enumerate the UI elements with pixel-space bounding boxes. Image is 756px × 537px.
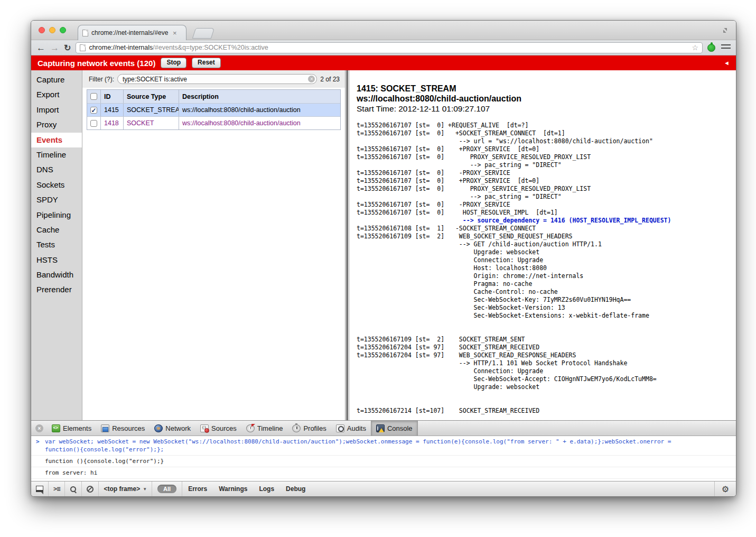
browser-tab[interactable]: chrome://net-internals/#eve × bbox=[78, 25, 186, 40]
search-icon bbox=[70, 486, 77, 493]
devtools-statusbar: >≡ <top frame> ▼ All ErrorsWarningsLogsD… bbox=[31, 481, 736, 496]
devtools-tab-audits[interactable]: Audits bbox=[331, 421, 371, 436]
source-dependency-link[interactable]: --> source_dependency = 1416 (HOST_RESOL… bbox=[357, 217, 733, 225]
devtools-tabs: ElementsResourcesNetworkSourcesTimelineP… bbox=[47, 421, 418, 436]
forward-button[interactable]: → bbox=[50, 43, 59, 52]
pane-splitter[interactable] bbox=[345, 70, 349, 420]
console-filter-logs[interactable]: Logs bbox=[253, 485, 280, 493]
filter-label: Filter (?): bbox=[89, 76, 114, 83]
devtools-tab-network[interactable]: Network bbox=[150, 421, 195, 436]
filter-searchwrap: × bbox=[117, 74, 317, 85]
devtools-console[interactable]: >var webSocket; webSocket = new WebSocke… bbox=[31, 436, 736, 481]
tab-close-icon[interactable]: × bbox=[173, 30, 177, 36]
tab-title: chrome://net-internals/#eve bbox=[91, 29, 170, 36]
devtools-tab-profiles[interactable]: Profiles bbox=[287, 421, 331, 436]
table-row[interactable]: 1418SOCKETws://localhost:8080/child-auct… bbox=[87, 116, 340, 129]
profiles-icon bbox=[292, 424, 301, 432]
log-line: --> pac_string = "DIRECT" bbox=[357, 193, 733, 201]
sidebar-item-import[interactable]: Import bbox=[31, 103, 82, 117]
log-line: t=1355206167107 [st= 0] +REQUEST_ALIVE [… bbox=[357, 122, 733, 129]
console-command: >var webSocket; webSocket = new WebSocke… bbox=[31, 436, 736, 456]
omnibox[interactable]: chrome://net-internals/#events&q=type:SO… bbox=[76, 42, 703, 53]
cell-source-type: SOCKET_STREAM bbox=[123, 104, 179, 116]
table-header-row: IDSource TypeDescription bbox=[87, 90, 340, 103]
back-button[interactable]: ← bbox=[36, 43, 45, 52]
sidebar-item-hsts[interactable]: HSTS bbox=[31, 253, 82, 267]
clear-console-cell[interactable] bbox=[82, 482, 99, 496]
log-line: Origin: chrome://net-internals bbox=[357, 272, 733, 280]
devtools-tab-elements[interactable]: Elements bbox=[47, 421, 96, 436]
console-filter-warnings[interactable]: Warnings bbox=[213, 485, 253, 493]
filter-input[interactable] bbox=[117, 74, 317, 84]
log-line: Sec-WebSocket-Key: 7IyMRZ2s60Vu0IHYN19Hq… bbox=[357, 296, 733, 304]
log-line bbox=[357, 320, 733, 328]
devtools-tab-resources[interactable]: Resources bbox=[96, 421, 150, 436]
console-filter-errors[interactable]: Errors bbox=[182, 485, 213, 493]
frame-selector[interactable]: <top frame> ▼ bbox=[99, 482, 152, 496]
sidebar-item-proxy[interactable]: Proxy bbox=[31, 117, 82, 132]
menu-hamburger-icon[interactable] bbox=[721, 44, 731, 51]
url-text: chrome://net-internals/#events&q=type:SO… bbox=[89, 44, 688, 51]
select-all-checkbox[interactable] bbox=[90, 93, 97, 100]
log-line: --> pac_string = "DIRECT" bbox=[357, 161, 733, 169]
search-cell[interactable] bbox=[65, 482, 82, 496]
fullscreen-icon[interactable] bbox=[722, 27, 729, 34]
sidebar-item-pipelining[interactable]: Pipelining bbox=[31, 208, 82, 223]
devtools-close-icon[interactable]: × bbox=[35, 424, 43, 432]
log-line: Sec-WebSocket-Extensions: x-webkit-defla… bbox=[357, 312, 733, 320]
new-tab-button[interactable] bbox=[192, 28, 214, 39]
stop-button[interactable]: Stop bbox=[161, 58, 186, 68]
reset-button[interactable]: Reset bbox=[192, 58, 221, 68]
resources-icon bbox=[101, 424, 109, 432]
bookmark-star-icon[interactable]: ☆ bbox=[692, 43, 698, 52]
sources-icon bbox=[200, 424, 209, 432]
clear-filter-icon[interactable]: × bbox=[308, 76, 315, 82]
console-log: from server: hi bbox=[31, 467, 736, 479]
log-line: t=1355206167204 [st= 97] WEB_SOCKET_READ… bbox=[357, 351, 733, 359]
sidebar-item-bandwidth[interactable]: Bandwidth bbox=[31, 267, 82, 282]
cell-description: ws://localhost:8080/child-auction/auctio… bbox=[179, 104, 340, 116]
sidebar-item-events[interactable]: Events bbox=[31, 133, 82, 147]
log-line: Pragma: no-cache bbox=[357, 280, 733, 288]
sidebar-item-tests[interactable]: Tests bbox=[31, 237, 82, 252]
row-checkbox[interactable] bbox=[90, 120, 97, 127]
settings-cell[interactable]: ⚙ bbox=[714, 482, 736, 496]
show-console-cell[interactable]: >≡ bbox=[49, 482, 65, 496]
devtools-tab-timeline[interactable]: Timeline bbox=[241, 421, 288, 436]
reload-button[interactable]: ↻ bbox=[64, 43, 71, 53]
events-table: IDSource TypeDescription✓1415SOCKET_STRE… bbox=[87, 89, 341, 130]
filter-all-pill[interactable]: All bbox=[157, 485, 176, 493]
console-prompt[interactable]: > bbox=[31, 479, 736, 481]
dock-side-icon bbox=[36, 486, 43, 492]
row-checkbox-cell[interactable]: ✓ bbox=[87, 104, 100, 116]
banner-collapse-icon[interactable]: ◄ bbox=[724, 60, 730, 66]
minimize-window-button[interactable] bbox=[49, 27, 55, 33]
sidebar-item-spdy[interactable]: SPDY bbox=[31, 192, 82, 207]
sidebar-item-dns[interactable]: DNS bbox=[31, 162, 82, 177]
console-filter-debug[interactable]: Debug bbox=[280, 485, 311, 493]
sidebar-item-export[interactable]: Export bbox=[31, 87, 82, 102]
devtools-tab-sources[interactable]: Sources bbox=[195, 421, 241, 436]
sidebar-item-sockets[interactable]: Sockets bbox=[31, 178, 82, 192]
dock-side-cell[interactable] bbox=[31, 482, 49, 496]
extension-icon[interactable] bbox=[707, 44, 715, 52]
row-checkbox-cell[interactable] bbox=[87, 117, 100, 129]
sidebar-item-prerender[interactable]: Prerender bbox=[31, 282, 82, 297]
window-controls bbox=[39, 27, 66, 33]
sidebar-item-cache[interactable]: Cache bbox=[31, 223, 82, 237]
log-line: t=1355206167107 [st= 0] +SOCKET_STREAM_C… bbox=[357, 129, 733, 137]
sidebar-item-timeline[interactable]: Timeline bbox=[31, 147, 82, 162]
sidebar-item-capture[interactable]: Capture bbox=[31, 72, 82, 87]
table-row[interactable]: ✓1415SOCKET_STREAMws://localhost:8080/ch… bbox=[87, 103, 340, 116]
events-list-pane: Filter (?): × 2 of 23 IDSource TypeDescr… bbox=[82, 70, 345, 420]
devtools-tab-label: Resources bbox=[112, 424, 145, 432]
console-icon bbox=[376, 424, 385, 432]
header-checkbox-cell[interactable] bbox=[87, 90, 100, 103]
event-url: ws://localhost:8080/child-auction/auctio… bbox=[357, 94, 733, 104]
devtools-tab-console[interactable]: Console bbox=[371, 421, 418, 436]
row-checkbox[interactable]: ✓ bbox=[90, 107, 97, 114]
console-prompt-icon: >≡ bbox=[53, 485, 60, 493]
close-window-button[interactable] bbox=[39, 27, 45, 33]
filter-count: 2 of 23 bbox=[320, 76, 340, 83]
zoom-window-button[interactable] bbox=[60, 27, 66, 33]
